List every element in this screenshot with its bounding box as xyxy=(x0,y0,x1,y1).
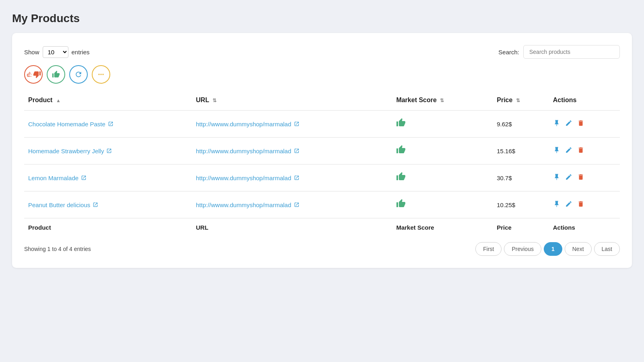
pagination-next[interactable]: Next xyxy=(565,242,592,256)
edit-button-1[interactable] xyxy=(565,146,572,156)
delete-button-1[interactable] xyxy=(577,146,584,156)
external-link-icon xyxy=(294,175,299,181)
product-name-2: Lemon Marmalade xyxy=(28,175,78,181)
icon-buttons-row: 👍︎ xyxy=(24,65,620,84)
pin-icon-3 xyxy=(553,200,560,208)
thumb-up-icon-3 xyxy=(396,200,406,210)
cell-price-2: 30.7$ xyxy=(493,165,549,191)
products-table: Product ▲ URL ⇅ Market Score ⇅ Price ⇅ A… xyxy=(24,92,620,232)
refresh-button[interactable] xyxy=(69,65,88,84)
url-link-1[interactable]: http://wwww.dummyshop/marmalad xyxy=(196,148,388,154)
sort-market-score-icon[interactable]: ⇅ xyxy=(440,98,444,103)
pagination-last[interactable]: Last xyxy=(594,242,620,256)
edit-button-3[interactable] xyxy=(565,200,572,210)
like-button[interactable] xyxy=(47,65,65,84)
cell-product-0: Chocolate Homemade Paste xyxy=(24,111,192,138)
footer-product: Product xyxy=(24,218,192,233)
top-bar: Show 10 25 50 100 entries Search: xyxy=(24,45,620,59)
pin-icon-2 xyxy=(553,173,560,181)
cell-price-0: 9.62$ xyxy=(493,111,549,138)
product-name-3: Peanut Butter delicious xyxy=(28,202,90,208)
thumbup-svg-0 xyxy=(396,118,406,128)
table-row: Chocolate Homemade Paste http://wwww.dum… xyxy=(24,111,620,138)
refresh-icon-svg xyxy=(74,70,83,78)
page-title: My Products xyxy=(12,12,632,25)
cell-market-score-0 xyxy=(392,111,493,138)
pagination: FirstPrevious1NextLast xyxy=(475,242,620,256)
search-label: Search: xyxy=(498,49,519,56)
delete-icon-1 xyxy=(577,146,584,154)
entries-label: entries xyxy=(72,49,90,56)
like-icon-svg xyxy=(52,70,60,78)
pagination-first[interactable]: First xyxy=(475,242,502,256)
cell-url-1: http://wwww.dummyshop/marmalad xyxy=(192,138,392,165)
footer-actions: Actions xyxy=(549,218,620,233)
cell-url-2: http://wwww.dummyshop/marmalad xyxy=(192,165,392,191)
external-link-icon xyxy=(81,175,87,181)
url-link-3[interactable]: http://wwww.dummyshop/marmalad xyxy=(196,202,388,208)
cell-price-3: 10.25$ xyxy=(493,191,549,218)
showing-text: Showing 1 to 4 of 4 entries xyxy=(24,246,91,252)
delete-button-0[interactable] xyxy=(577,119,584,129)
url-link-2[interactable]: http://wwww.dummyshop/marmalad xyxy=(196,175,388,181)
cell-actions-1 xyxy=(549,138,620,165)
edit-button-0[interactable] xyxy=(565,119,572,129)
show-entries-control: Show 10 25 50 100 entries xyxy=(24,46,90,58)
col-url: URL ⇅ xyxy=(192,92,392,111)
thumbup-svg-1 xyxy=(396,145,406,154)
thumb-up-icon-0 xyxy=(396,119,406,130)
edit-icon-0 xyxy=(565,119,572,127)
table-row: Peanut Butter delicious http://wwww.dumm… xyxy=(24,191,620,218)
product-link-0[interactable]: Chocolate Homemade Paste xyxy=(28,121,188,128)
entries-select[interactable]: 10 25 50 100 xyxy=(43,46,68,58)
cell-actions-0 xyxy=(549,111,620,138)
more-button[interactable] xyxy=(92,65,110,84)
product-link-2[interactable]: Lemon Marmalade xyxy=(28,175,188,181)
sort-price-icon[interactable]: ⇅ xyxy=(516,98,520,103)
product-link-1[interactable]: Homemade Strawberry Jelly xyxy=(28,148,188,154)
thumb-up-icon-1 xyxy=(396,146,406,156)
pin-button-2[interactable] xyxy=(553,173,560,183)
delete-button-3[interactable] xyxy=(577,200,584,210)
main-card: Show 10 25 50 100 entries Search: 👍︎ xyxy=(12,33,632,268)
url-text-3: http://wwww.dummyshop/marmalad xyxy=(196,202,291,208)
product-name-1: Homemade Strawberry Jelly xyxy=(28,148,104,154)
edit-button-2[interactable] xyxy=(565,173,572,183)
dislike-icon-svg xyxy=(33,70,41,78)
url-text-0: http://wwww.dummyshop/marmalad xyxy=(196,121,291,128)
external-link-icon xyxy=(294,148,299,154)
dislike-icon: 👍︎ xyxy=(26,70,33,79)
cell-url-0: http://wwww.dummyshop/marmalad xyxy=(192,111,392,138)
footer-price: Price xyxy=(493,218,549,233)
url-text-2: http://wwww.dummyshop/marmalad xyxy=(196,175,291,181)
bottom-bar: Showing 1 to 4 of 4 entries FirstPreviou… xyxy=(24,242,620,256)
cell-product-1: Homemade Strawberry Jelly xyxy=(24,138,192,165)
dislike-button[interactable]: 👍︎ xyxy=(24,65,43,84)
product-link-3[interactable]: Peanut Butter delicious xyxy=(28,202,188,208)
cell-product-3: Peanut Butter delicious xyxy=(24,191,192,218)
delete-icon-3 xyxy=(577,200,584,208)
url-link-0[interactable]: http://wwww.dummyshop/marmalad xyxy=(196,121,388,128)
cell-product-2: Lemon Marmalade xyxy=(24,165,192,191)
pin-button-0[interactable] xyxy=(553,119,560,129)
pin-button-1[interactable] xyxy=(553,146,560,156)
external-link-icon xyxy=(106,148,112,154)
col-product: Product ▲ xyxy=(24,92,192,111)
search-bar: Search: xyxy=(498,45,620,59)
pagination-previous[interactable]: Previous xyxy=(504,242,541,256)
table-row: Homemade Strawberry Jelly http://wwww.du… xyxy=(24,138,620,165)
sort-url-icon[interactable]: ⇅ xyxy=(213,98,217,103)
cell-market-score-2 xyxy=(392,165,493,191)
search-input[interactable] xyxy=(523,45,620,59)
delete-icon-2 xyxy=(577,173,584,181)
sort-product-icon[interactable]: ▲ xyxy=(56,98,61,103)
col-market-score: Market Score ⇅ xyxy=(392,92,493,111)
external-link-icon xyxy=(93,202,98,208)
thumbup-svg-2 xyxy=(396,172,406,181)
pagination-page1[interactable]: 1 xyxy=(544,242,562,256)
delete-icon-0 xyxy=(577,119,584,127)
delete-button-2[interactable] xyxy=(577,173,584,183)
table-footer-row: Product URL Market Score Price Actions xyxy=(24,218,620,233)
pin-button-3[interactable] xyxy=(553,200,560,210)
external-link-icon xyxy=(294,202,299,208)
